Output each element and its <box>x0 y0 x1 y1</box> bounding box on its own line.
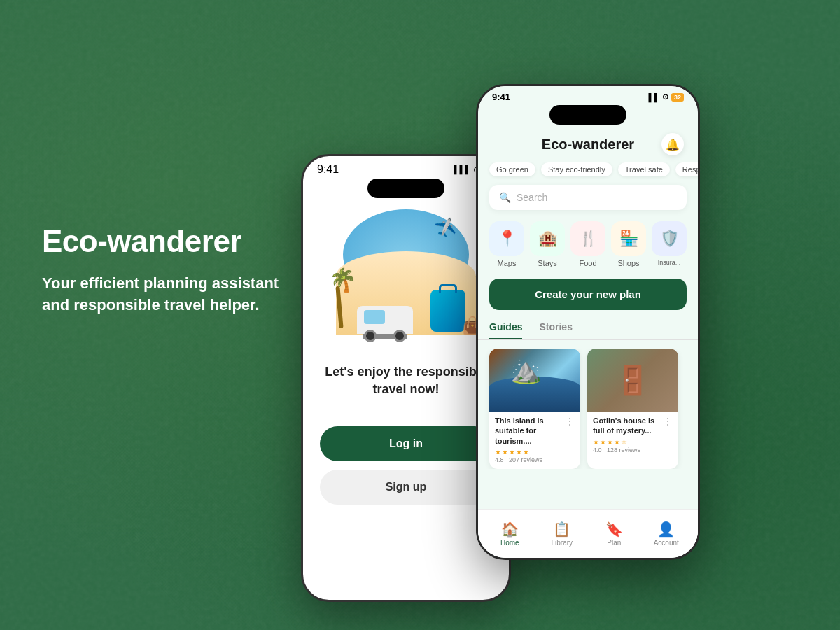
stays-icon: 🏨 <box>530 221 565 256</box>
app-title-left: Eco-wanderer <box>42 224 294 259</box>
phone-main: 9:41 ▌▌ ⊙ 32 Eco-wanderer 🔔 Go green Sta… <box>476 84 700 560</box>
card-1-stars: ★★★★★ <box>495 448 575 456</box>
search-placeholder: Search <box>517 192 547 203</box>
card-1-image <box>489 349 580 412</box>
card-2-stars: ★★★★☆ <box>593 438 673 446</box>
card-1-rating: 4.8 <box>495 456 504 463</box>
create-plan-button[interactable]: Create your new plan <box>489 279 687 310</box>
signal-icon-2: ▌▌ <box>648 93 659 102</box>
nav-plan[interactable]: 🔖 Plan <box>588 521 640 547</box>
shops-icon: 🏪 <box>611 221 646 256</box>
phones-container: 9:41 ▌▌▌ ⊙ 32 🌴 🌴 <box>210 0 840 630</box>
card-1-meta: 4.8 207 reviews <box>495 456 575 463</box>
card-2-title: Gotlin's house is full of mystery... <box>593 416 663 436</box>
login-button[interactable]: Log in <box>320 426 492 461</box>
nav-home[interactable]: 🏠 Home <box>484 521 536 547</box>
nav-account-label: Account <box>654 539 679 547</box>
food-icon: 🍴 <box>570 221 606 256</box>
app-subtitle: Your efficient planning assistant and re… <box>42 273 294 316</box>
category-maps[interactable]: 📍 Maps <box>489 221 524 267</box>
card-1-more[interactable]: ⋮ <box>565 416 575 427</box>
travel-illustration: 🌴 🌴 ✈️ 👜 <box>322 209 490 349</box>
illus-palm-left: 🌴 <box>329 258 350 328</box>
card-1-reviews: 207 reviews <box>509 456 542 463</box>
cards-row: This island is suitable for tourism.... … <box>478 349 698 469</box>
categories-row: 📍 Maps 🏨 Stays 🍴 Food 🏪 Shops 🛡️ <box>478 221 698 279</box>
time-1: 9:41 <box>317 163 339 176</box>
card-2-image: 🚪 <box>587 349 678 412</box>
bottom-nav: 🏠 Home 📋 Library 🔖 Plan 👤 Account <box>478 509 698 558</box>
app-header-title: Eco-wanderer <box>542 136 634 153</box>
time-2: 9:41 <box>492 92 510 102</box>
account-icon: 👤 <box>657 521 675 538</box>
category-insurance[interactable]: 🛡️ Insura... <box>652 221 687 267</box>
food-label: Food <box>579 259 596 267</box>
nav-home-label: Home <box>500 539 519 547</box>
login-tagline: Let's enjoy the responsible travel now! <box>320 363 492 398</box>
app-header: Eco-wanderer 🔔 <box>478 129 698 162</box>
tag-respect-local[interactable]: Respect local <box>676 162 698 176</box>
dynamic-island-1 <box>368 178 444 198</box>
home-icon: 🏠 <box>501 521 519 538</box>
illus-van <box>357 306 413 334</box>
search-icon: 🔍 <box>499 192 511 203</box>
tag-eco-friendly[interactable]: Stay eco-friendly <box>541 162 612 176</box>
nav-plan-label: Plan <box>607 539 621 547</box>
maps-label: Maps <box>498 259 517 267</box>
card-1-title: This island is suitable for tourism.... <box>495 416 565 446</box>
nav-account[interactable]: 👤 Account <box>640 521 693 547</box>
left-panel: Eco-wanderer Your efficient planning ass… <box>42 224 294 316</box>
search-bar[interactable]: 🔍 Search <box>489 185 687 210</box>
phone2-screen: 9:41 ▌▌ ⊙ 32 Eco-wanderer 🔔 Go green Sta… <box>478 86 698 558</box>
palm-leaves: 🌴 <box>329 267 357 293</box>
card-2-meta: 4.0 128 reviews <box>593 447 673 454</box>
category-shops[interactable]: 🏪 Shops <box>611 221 646 267</box>
tab-stories[interactable]: Stories <box>539 321 572 340</box>
nav-library-label: Library <box>551 539 573 547</box>
signup-button[interactable]: Sign up <box>320 470 492 505</box>
card-2-reviews: 128 reviews <box>607 447 640 454</box>
card-2[interactable]: 🚪 Gotlin's house is full of mystery... ⋮… <box>587 349 678 469</box>
stays-label: Stays <box>538 259 557 267</box>
tab-guides[interactable]: Guides <box>489 321 522 340</box>
insurance-label: Insura... <box>658 259 681 266</box>
insurance-icon: 🛡️ <box>652 221 687 256</box>
tag-go-green[interactable]: Go green <box>489 162 536 176</box>
card-2-more[interactable]: ⋮ <box>663 416 673 427</box>
tag-travel-safe[interactable]: Travel safe <box>618 162 670 176</box>
nav-library[interactable]: 📋 Library <box>536 521 589 547</box>
illus-suitcase <box>430 290 465 332</box>
dynamic-island-2 <box>550 105 626 125</box>
category-food[interactable]: 🍴 Food <box>570 221 606 267</box>
card-2-rating: 4.0 <box>593 447 602 454</box>
status-icons-2: ▌▌ ⊙ 32 <box>648 92 684 102</box>
plan-icon: 🔖 <box>606 521 623 538</box>
maps-icon: 📍 <box>489 221 524 256</box>
van-wheel-right <box>393 330 406 342</box>
card-2-info: Gotlin's house is full of mystery... ⋮ ★… <box>587 412 678 459</box>
bell-button[interactable]: 🔔 <box>662 133 684 155</box>
van-window <box>364 310 385 324</box>
status-bar-2: 9:41 ▌▌ ⊙ 32 <box>478 86 698 105</box>
library-icon: 📋 <box>553 521 570 538</box>
card-1[interactable]: This island is suitable for tourism.... … <box>489 349 580 469</box>
signal-icon: ▌▌▌ <box>454 165 470 174</box>
battery-badge-2: 32 <box>671 93 684 102</box>
wifi-icon-2: ⊙ <box>662 92 668 102</box>
van-wheel-left <box>364 330 377 342</box>
content-tabs: Guides Stories <box>478 321 698 340</box>
card-1-info: This island is suitable for tourism.... … <box>489 412 580 469</box>
tags-row: Go green Stay eco-friendly Travel safe R… <box>478 162 698 185</box>
category-stays[interactable]: 🏨 Stays <box>530 221 565 267</box>
shops-label: Shops <box>617 259 639 267</box>
